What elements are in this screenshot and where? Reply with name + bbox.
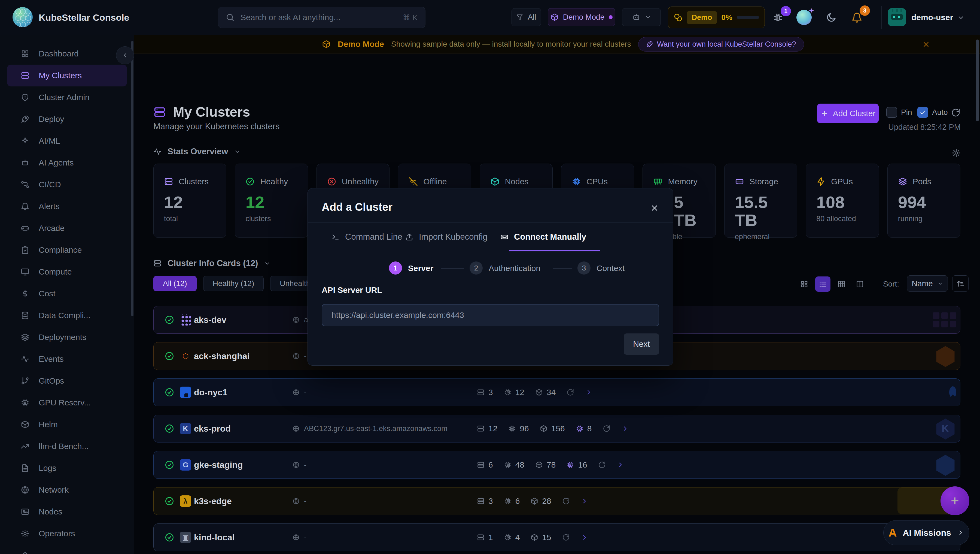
- sidebar-item-data-compliance[interactable]: Data Compli...: [0, 305, 134, 326]
- refresh-button[interactable]: [951, 108, 960, 117]
- stat-card-healthy[interactable]: Healthy 12 clusters: [235, 164, 308, 238]
- theme-toggle-button[interactable]: [823, 9, 840, 26]
- tab-command-line[interactable]: Command Line: [331, 223, 402, 251]
- add-cluster-fab[interactable]: +: [940, 486, 969, 515]
- stat-label: GPUs: [831, 177, 853, 186]
- row-expand-chevron[interactable]: [581, 533, 588, 541]
- sidebar-item-dashboard[interactable]: Dashboard: [0, 43, 134, 65]
- cluster-row-do-nyc1[interactable]: do-nyc1 - 3 12 34: [153, 378, 960, 406]
- sidebar-label: Network: [39, 485, 68, 495]
- stat-card-pods[interactable]: Pods 994 running: [888, 164, 960, 238]
- sidebar-item-llmd-benchmarks[interactable]: llm-d Bench...: [0, 436, 134, 457]
- sidebar-item-partial[interactable]: [0, 544, 134, 554]
- row-refresh-button[interactable]: [562, 497, 570, 505]
- filter-all-button[interactable]: All: [512, 8, 541, 26]
- sidebar-item-logs[interactable]: Logs: [0, 457, 134, 479]
- sidebar-item-nodes[interactable]: Nodes: [0, 501, 134, 523]
- view-table-button[interactable]: [834, 276, 849, 292]
- view-list-button[interactable]: [815, 276, 830, 292]
- row-refresh-button[interactable]: [566, 388, 574, 396]
- sidebar-item-cost[interactable]: Cost: [0, 283, 134, 305]
- api-server-url-input[interactable]: [322, 304, 659, 326]
- sidebar-item-alerts[interactable]: Alerts: [0, 195, 134, 217]
- user-avatar[interactable]: [888, 8, 906, 26]
- sidebar-item-compliance[interactable]: Compliance: [0, 239, 134, 261]
- global-search[interactable]: Search or ask AI anything... ⌘ K: [218, 7, 425, 28]
- banner-cta-button[interactable]: Want your own local KubeStellar Console?: [638, 37, 804, 51]
- stat-card-gpus[interactable]: GPUs 108 80 allocated: [806, 164, 879, 238]
- sidebar-item-arcade[interactable]: Arcade: [0, 217, 134, 239]
- tab-import-kubeconfig[interactable]: Import Kubeconfig: [405, 223, 488, 251]
- cpu-icon: [504, 388, 512, 396]
- sidebar-item-my-clusters[interactable]: My Clusters: [7, 65, 127, 86]
- sidebar-item-cluster-admin[interactable]: Cluster Admin: [0, 86, 134, 108]
- cluster-row-eks-prod[interactable]: K eks-prod ABC123.gr7.us-east-1.eks.amaz…: [153, 415, 960, 442]
- pin-checkbox[interactable]: [886, 107, 897, 118]
- row-refresh-button[interactable]: [598, 461, 606, 469]
- modal-close-button[interactable]: [649, 202, 660, 214]
- cluster-row-kind-local[interactable]: ▣ kind-local - 1 4 15: [153, 524, 960, 551]
- agent-menu-button[interactable]: [622, 8, 661, 26]
- row-expand-chevron[interactable]: [585, 388, 593, 396]
- sidebar-item-gitops[interactable]: GitOps: [0, 370, 134, 392]
- auto-checkbox[interactable]: [917, 107, 928, 118]
- gpus-stat: 16: [566, 460, 587, 469]
- sidebar-item-gpu-reservations[interactable]: GPU Reserv...: [0, 392, 134, 414]
- filter-healthy[interactable]: Healthy (12): [203, 276, 264, 291]
- stat-sub: total: [164, 215, 216, 223]
- stats-overview-toggle[interactable]: Stats Overview: [153, 147, 240, 156]
- activity-icon: [21, 355, 29, 363]
- page-scrollbar[interactable]: [976, 40, 978, 121]
- demo-usage-meter[interactable]: Demo 0%: [668, 6, 765, 28]
- kubestellar-logo[interactable]: ⬡⬡⬡⬡⬡⬡⬡⬡⬡: [13, 7, 33, 27]
- sort-direction-button[interactable]: [952, 275, 969, 292]
- auto-toggle[interactable]: Auto: [917, 107, 948, 118]
- banner-close-button[interactable]: [921, 39, 932, 50]
- sidebar-item-compute[interactable]: Compute: [0, 261, 134, 283]
- ai-missions-button[interactable]: A AI Missions: [883, 520, 969, 545]
- sidebar-item-operators[interactable]: Operators: [0, 523, 134, 544]
- add-cluster-button[interactable]: Add Cluster: [817, 104, 879, 123]
- cluster-cards-toggle[interactable]: Cluster Info Cards (12): [153, 259, 270, 268]
- row-expand-chevron[interactable]: [617, 461, 624, 469]
- cluster-row-gke-staging[interactable]: G gke-staging - 6 48 78 16 ⬢: [153, 451, 960, 479]
- globe-icon: [293, 425, 300, 432]
- sidebar-item-helm[interactable]: Helm: [0, 414, 134, 436]
- healthy-check-icon: [164, 351, 174, 361]
- row-expand-chevron[interactable]: [581, 497, 588, 505]
- sidebar-item-deployments[interactable]: Deployments: [0, 326, 134, 348]
- cpu-icon: [504, 533, 512, 541]
- view-grid-button[interactable]: [797, 276, 812, 292]
- next-button[interactable]: Next: [624, 334, 659, 355]
- view-columns-button[interactable]: [852, 276, 867, 292]
- cluster-url: -: [304, 352, 306, 361]
- pods-stat: 34: [535, 388, 556, 397]
- usage-percent: 0%: [721, 13, 732, 22]
- row-refresh-button[interactable]: [603, 425, 610, 433]
- sidebar-collapse-button[interactable]: [116, 46, 134, 64]
- package-icon: [21, 420, 29, 429]
- stat-card-storage[interactable]: Storage 15.5 TB ephemeral: [724, 164, 797, 238]
- demo-mode-button[interactable]: Demo Mode: [548, 8, 615, 26]
- tab-connect-manually[interactable]: Connect Manually: [500, 223, 586, 251]
- pin-toggle[interactable]: Pin: [886, 107, 912, 118]
- filter-all[interactable]: All (12): [153, 276, 197, 291]
- row-expand-chevron[interactable]: [621, 425, 629, 433]
- cluster-row-k3s-edge[interactable]: λ k3s-edge - 3 6 28: [153, 487, 960, 515]
- stat-card-clusters[interactable]: Clusters 12 total: [153, 164, 226, 238]
- sidebar-item-cicd[interactable]: CI/CD: [0, 174, 134, 195]
- sort-select[interactable]: Name: [907, 275, 948, 292]
- sidebar-item-events[interactable]: Events: [0, 348, 134, 370]
- sidebar-item-deploy[interactable]: Deploy: [0, 108, 134, 130]
- gke-watermark: ⬢: [934, 452, 956, 477]
- dollar-icon: [21, 289, 29, 298]
- stats-settings-button[interactable]: [952, 148, 961, 158]
- sidebar-item-network[interactable]: Network: [0, 479, 134, 501]
- sidebar-item-ai-agents[interactable]: AI Agents: [0, 152, 134, 174]
- row-refresh-button[interactable]: [562, 533, 570, 541]
- sidebar-scrollbar[interactable]: [131, 41, 134, 316]
- auto-label: Auto: [932, 108, 948, 117]
- user-menu-chevron[interactable]: [953, 9, 969, 26]
- ai-sphere-button[interactable]: ✦: [796, 9, 812, 26]
- sidebar-item-ai-ml[interactable]: AI/ML: [0, 130, 134, 152]
